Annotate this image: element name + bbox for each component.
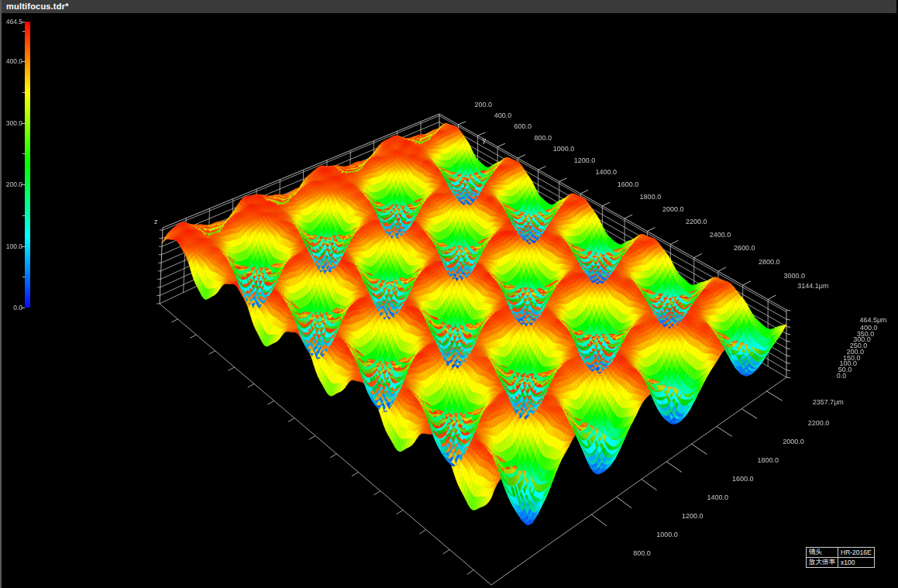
magnification-label: 放大倍率 [807,558,838,568]
surface-viewport: 200.0400.0600.0800.01000.01200.01400.016… [2,0,898,588]
info-row-magnification: 放大倍率 x100 [807,558,875,568]
colorbar-tick-label: 464.5 [2,18,22,26]
colorbar-minor-tick-mark [22,153,25,154]
colorbar-tick-label: 100.0 [2,242,22,250]
colorbar-tick-mark [21,308,25,308]
lens-label: 镜头 [807,548,838,558]
window-title-bar[interactable]: multifocus.tdr* [2,0,896,13]
lens-value: HR-2016E [838,548,875,558]
app-window: multifocus.tdr* 200.0400.0600.0800.01000… [0,0,898,588]
surface-plot-canvas[interactable] [2,0,898,588]
colorbar-minor-tick-mark [22,31,25,32]
colorbar-tick-label: 400.0 [2,57,22,65]
colorbar-tick-label: 200.0 [2,181,22,188]
colorbar-tick-mark [21,246,25,247]
colorbar-minor-tick-mark [22,215,25,216]
colorbar-minor-tick-mark [22,277,25,277]
magnification-value: x100 [838,558,875,568]
colorbar-minor-tick-mark [22,92,25,93]
colorbar-tick-mark [21,61,25,62]
measurement-info-panel: 镜头 HR-2016E 放大倍率 x100 [806,547,875,568]
info-row-lens: 镜头 HR-2016E [807,548,875,558]
colorbar-gradient [25,22,30,308]
colorbar-tick-mark [21,123,25,124]
window-title: multifocus.tdr* [6,2,69,11]
colorbar-tick-label: 0.0 [2,304,22,311]
colorbar-tick-mark [21,184,25,185]
colorbar-tick-mark [21,22,25,22]
colorbar-tick-label: 300.0 [2,119,22,127]
